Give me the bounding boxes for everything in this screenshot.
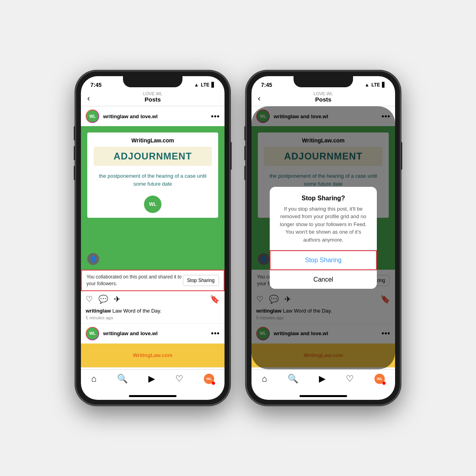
notch-2 bbox=[294, 76, 353, 87]
comment-icon-1[interactable]: 💬 bbox=[98, 294, 108, 304]
back-button-2[interactable]: ‹ bbox=[258, 93, 261, 102]
signal-icon-2: ▲ bbox=[365, 82, 369, 88]
feed-2: WL writinglaw and love.wl ••• WritingLaw… bbox=[251, 106, 395, 369]
modal-title: Stop Sharing? bbox=[278, 195, 369, 202]
bookmark-icon-1[interactable]: 🔖 bbox=[210, 294, 220, 304]
modal-stop-sharing-button[interactable]: Stop Sharing bbox=[270, 250, 377, 270]
user-icon-1: 👤 bbox=[87, 253, 99, 265]
status-time-1: 7:45 bbox=[90, 82, 102, 88]
nav-subtitle-2: LOVE.WL bbox=[314, 91, 333, 96]
post-actions-1: ♡ 💬 ✈ 🔖 bbox=[81, 291, 225, 307]
profile-nav-avatar-1[interactable]: WL bbox=[204, 374, 214, 384]
home-nav-icon-2[interactable]: ⌂ bbox=[262, 374, 267, 384]
home-bar-1 bbox=[81, 392, 225, 400]
status-time-2: 7:45 bbox=[261, 82, 272, 88]
notch-1 bbox=[123, 76, 182, 87]
nav-subtitle-1: LOVE.WL bbox=[143, 91, 163, 96]
phone-screen-1: 7:45 ▲ LTE ▋ ‹ LOVE.WL Posts WL writingl… bbox=[81, 76, 225, 400]
post-caption-1: writinglaw Law Word of the Day. bbox=[81, 307, 225, 315]
post-username-1: writinglaw and love.wl bbox=[103, 113, 207, 119]
profile-nav-avatar-2[interactable]: WL bbox=[374, 374, 385, 384]
post-logo-1: WL bbox=[144, 196, 161, 213]
share-icon-1[interactable]: ✈ bbox=[114, 294, 121, 304]
post-more-2[interactable]: ••• bbox=[211, 329, 220, 338]
post-item-2: WL writinglaw and love.wl ••• WritingLaw… bbox=[81, 324, 225, 368]
caption-text-1: Law Word of the Day. bbox=[112, 308, 161, 314]
phone-screen-2: 7:45 ▲ LTE ▋ ‹ LOVE.WL Posts WL writingl… bbox=[251, 76, 395, 400]
status-icons-2: ▲ LTE ▋ bbox=[365, 82, 386, 88]
post-image-inner-1: WritingLaw.com ADJOURNMENT the postponem… bbox=[87, 132, 218, 218]
feed-1: WL writinglaw and love.wl ••• WritingLaw… bbox=[81, 106, 225, 369]
nav-header-2: ‹ LOVE.WL Posts bbox=[251, 90, 395, 106]
modal-overlay: Stop Sharing? If you stop sharing this p… bbox=[251, 106, 395, 369]
modal-message: If you stop sharing this post, it'll be … bbox=[278, 205, 369, 244]
stop-sharing-button-1[interactable]: Stop Sharing bbox=[183, 275, 219, 286]
home-indicator-1 bbox=[129, 395, 177, 397]
avatar-inner-2: WL bbox=[86, 328, 98, 340]
post-item-1: WL writinglaw and love.wl ••• WritingLaw… bbox=[81, 106, 225, 324]
nav-title-1: Posts bbox=[145, 96, 161, 103]
site-name-1: WritingLaw.com bbox=[131, 137, 174, 144]
reels-nav-icon-1[interactable]: ▶ bbox=[148, 374, 155, 384]
word-bg-1: ADJOURNMENT bbox=[94, 147, 212, 166]
post-image-1: WritingLaw.com ADJOURNMENT the postponem… bbox=[81, 126, 225, 270]
nav-header-1: ‹ LOVE.WL Posts bbox=[81, 90, 225, 106]
bottom-nav-1: ⌂ 🔍 ▶ ♡ WL bbox=[81, 369, 225, 392]
nav-title-2: Posts bbox=[315, 96, 332, 103]
home-bar-2 bbox=[251, 392, 395, 400]
post-time-1: 5 minutes ago bbox=[81, 315, 225, 323]
phone-2: 7:45 ▲ LTE ▋ ‹ LOVE.WL Posts WL writingl… bbox=[246, 71, 401, 405]
home-nav-icon-1[interactable]: ⌂ bbox=[91, 374, 96, 384]
bottom-nav-2: ⌂ 🔍 ▶ ♡ WL bbox=[251, 369, 395, 392]
post-header-1: WL writinglaw and love.wl ••• bbox=[81, 106, 225, 126]
battery-icon-2: ▋ bbox=[382, 82, 386, 88]
post2-preview: WritingLaw.com bbox=[133, 352, 173, 358]
heart-nav-icon-1[interactable]: ♡ bbox=[175, 374, 183, 384]
signal-icon-1: ▲ bbox=[194, 82, 199, 88]
modal-cancel-button[interactable]: Cancel bbox=[270, 271, 377, 289]
network-label-2: LTE bbox=[371, 82, 380, 88]
word-1: ADJOURNMENT bbox=[113, 151, 192, 161]
post-username-2: writinglaw and love.wl bbox=[103, 330, 207, 336]
modal-dialog: Stop Sharing? If you stop sharing this p… bbox=[270, 187, 377, 289]
search-nav-icon-2[interactable]: 🔍 bbox=[288, 374, 298, 384]
status-icons-1: ▲ LTE ▋ bbox=[194, 82, 215, 88]
collab-text-1: You collaborated on this post and shared… bbox=[86, 274, 183, 287]
collab-bar-1: You collaborated on this post and shared… bbox=[81, 270, 225, 291]
home-indicator-2 bbox=[299, 395, 347, 397]
reels-nav-icon-2[interactable]: ▶ bbox=[319, 374, 326, 384]
caption-user-1: writinglaw bbox=[86, 308, 111, 314]
network-label-1: LTE bbox=[201, 82, 209, 88]
phone-1: 7:45 ▲ LTE ▋ ‹ LOVE.WL Posts WL writingl… bbox=[75, 71, 230, 405]
avatar-inner-1: WL bbox=[86, 110, 98, 122]
definition-1: the postponement of the hearing of a cas… bbox=[94, 169, 212, 191]
back-button-1[interactable]: ‹ bbox=[87, 93, 90, 102]
post-more-1[interactable]: ••• bbox=[211, 112, 220, 121]
avatar-2: WL bbox=[86, 327, 99, 340]
heart-nav-icon-2[interactable]: ♡ bbox=[346, 374, 354, 384]
search-nav-icon-1[interactable]: 🔍 bbox=[117, 374, 128, 384]
post-header-2: WL writinglaw and love.wl ••• bbox=[81, 324, 225, 344]
battery-icon-1: ▋ bbox=[211, 82, 215, 88]
modal-content: Stop Sharing? If you stop sharing this p… bbox=[270, 187, 377, 244]
avatar-1: WL bbox=[86, 109, 99, 123]
like-icon-1[interactable]: ♡ bbox=[86, 294, 93, 304]
